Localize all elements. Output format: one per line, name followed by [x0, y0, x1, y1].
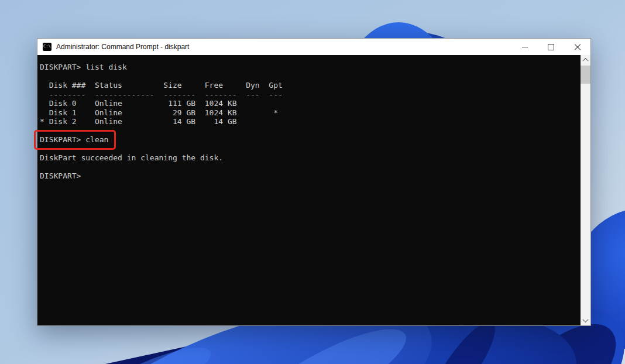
maximize-icon	[548, 44, 554, 50]
scroll-down-button[interactable]	[581, 315, 590, 325]
window-controls	[511, 39, 590, 55]
command-prompt-window: C:\ Administrator: Command Prompt - disk…	[37, 38, 591, 326]
minimize-button[interactable]	[511, 39, 538, 55]
terminal-output: DISKPART> list disk Disk ### Status Size…	[37, 55, 590, 181]
close-button[interactable]	[564, 39, 590, 55]
chevron-up-icon	[583, 58, 589, 64]
desktop: { "desktop": { "background_top_color": "…	[0, 0, 625, 364]
cmd-icon: C:\	[43, 43, 51, 51]
terminal-area[interactable]: DISKPART> list disk Disk ### Status Size…	[37, 55, 590, 325]
close-icon	[574, 43, 581, 50]
vertical-scrollbar[interactable]	[581, 55, 590, 325]
minimize-icon	[522, 47, 528, 47]
scrollbar-thumb[interactable]	[581, 66, 590, 84]
chevron-down-icon	[583, 317, 589, 322]
maximize-button[interactable]	[538, 39, 564, 55]
scroll-up-button[interactable]	[581, 55, 590, 65]
window-titlebar[interactable]: C:\ Administrator: Command Prompt - disk…	[37, 39, 590, 55]
clean-command-highlight-box	[34, 130, 116, 150]
window-title: Administrator: Command Prompt - diskpart	[56, 43, 189, 51]
